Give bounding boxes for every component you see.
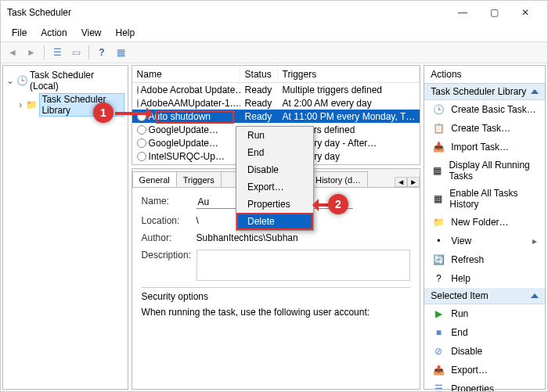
task-triggers: Multiple triggers defined bbox=[278, 85, 420, 95]
task-name: GoogleUpdate… bbox=[149, 138, 218, 149]
task-status: Ready bbox=[240, 85, 278, 95]
action-icon: 📤 bbox=[432, 364, 445, 376]
close-button[interactable]: ✕ bbox=[510, 3, 541, 22]
context-menu: RunEndDisableExport…PropertiesDelete bbox=[236, 126, 314, 231]
description-label: Description: bbox=[142, 250, 196, 281]
tab-general[interactable]: General bbox=[132, 171, 177, 188]
tree-root-label: Task Scheduler (Local) bbox=[30, 70, 124, 92]
action-label: End bbox=[451, 327, 467, 338]
folder-icon: 📁 bbox=[26, 99, 37, 110]
action-label: Display All Running Tasks bbox=[449, 160, 537, 182]
description-value[interactable] bbox=[196, 250, 411, 281]
action-icon: ■ bbox=[432, 326, 445, 339]
author-label: Author: bbox=[142, 232, 196, 243]
action-icon: 🕒 bbox=[432, 103, 445, 116]
help-icon[interactable]: ? bbox=[93, 44, 110, 61]
context-end[interactable]: End bbox=[236, 144, 313, 161]
action-help[interactable]: ?Help bbox=[424, 269, 545, 288]
context-properties[interactable]: Properties bbox=[236, 196, 313, 213]
task-icon bbox=[137, 152, 146, 161]
task-icon bbox=[137, 85, 139, 95]
action-label: View bbox=[451, 236, 471, 246]
minimize-button[interactable]: — bbox=[447, 3, 478, 22]
window-icon[interactable]: ▭ bbox=[67, 44, 85, 61]
context-export[interactable]: Export… bbox=[236, 178, 313, 196]
table-row[interactable]: AdobeAAMUpdater-1.…ReadyAt 2:00 AM every… bbox=[132, 96, 420, 110]
action-icon: 📥 bbox=[432, 141, 445, 153]
action-end[interactable]: ■End bbox=[424, 323, 545, 342]
action-disable[interactable]: ⊘Disable bbox=[424, 342, 545, 361]
action-icon: ⊘ bbox=[432, 345, 445, 358]
col-status[interactable]: Status bbox=[240, 67, 278, 82]
action-label: Refresh bbox=[451, 254, 484, 265]
name-label: Name: bbox=[142, 196, 196, 209]
menu-action[interactable]: Action bbox=[34, 26, 73, 40]
action-icon: ▦ bbox=[432, 164, 442, 177]
window-title: Task Scheduler bbox=[7, 7, 447, 18]
action-icon: ▦ bbox=[432, 192, 443, 205]
table-row[interactable]: Adobe Acrobat Update…ReadyMultiple trigg… bbox=[132, 83, 420, 96]
tab-scroll-left[interactable]: ◄ bbox=[395, 177, 407, 187]
chevron-down-icon[interactable]: ⌄ bbox=[6, 75, 14, 86]
col-name[interactable]: Name bbox=[132, 67, 240, 82]
action-section-library[interactable]: Task Scheduler Library bbox=[424, 84, 545, 100]
action-refresh[interactable]: 🔄Refresh bbox=[424, 250, 545, 269]
action-section-selected[interactable]: Selected Item bbox=[424, 288, 545, 304]
list-header: Name Status Triggers bbox=[132, 66, 420, 83]
tab-history[interactable]: History (d… bbox=[308, 171, 368, 188]
task-name: GoogleUpdate… bbox=[149, 124, 218, 135]
table-row[interactable]: Auto shutdownReadyAt 11:00 PM every Mond… bbox=[132, 110, 420, 123]
action-label: Disable bbox=[451, 346, 482, 357]
maximize-button[interactable]: ▢ bbox=[478, 3, 510, 22]
back-icon[interactable]: ◄ bbox=[4, 44, 21, 61]
action-enablealltaskshistory[interactable]: ▦Enable All Tasks History bbox=[424, 185, 545, 213]
location-label: Location: bbox=[142, 215, 196, 226]
task-status: Ready bbox=[240, 111, 278, 122]
action-displayallrunningtasks[interactable]: ▦Display All Running Tasks bbox=[424, 156, 545, 185]
titlebar: Task Scheduler — ▢ ✕ bbox=[1, 1, 547, 24]
collapse-icon[interactable] bbox=[531, 293, 539, 298]
context-disable[interactable]: Disable bbox=[236, 161, 313, 178]
callout-2: 2 bbox=[328, 194, 348, 214]
chevron-right-icon: ▸ bbox=[532, 236, 537, 246]
action-newfolder[interactable]: 📁New Folder… bbox=[424, 213, 545, 232]
tab-triggers[interactable]: Triggers bbox=[176, 171, 222, 188]
action-run[interactable]: ▶Run bbox=[424, 304, 545, 323]
collapse-icon[interactable] bbox=[531, 89, 539, 94]
action-properties[interactable]: ☰Properties bbox=[424, 379, 545, 392]
tab-scroll-right[interactable]: ► bbox=[407, 177, 420, 187]
action-view[interactable]: •View▸ bbox=[424, 232, 545, 250]
task-icon bbox=[137, 138, 146, 148]
chevron-right-icon[interactable]: › bbox=[17, 99, 23, 110]
action-label: New Folder… bbox=[451, 217, 508, 228]
task-status: Ready bbox=[240, 98, 278, 109]
toolbar: ◄ ► ☰ ▭ ? ▦ bbox=[1, 41, 547, 63]
callout-arrow-1 bbox=[115, 112, 151, 115]
menu-file[interactable]: File bbox=[5, 26, 33, 40]
actions-header: Actions bbox=[424, 66, 545, 84]
context-run[interactable]: Run bbox=[236, 127, 313, 144]
tree-root[interactable]: ⌄ 🕒 Task Scheduler (Local) bbox=[5, 69, 126, 92]
task-triggers: At 2:00 AM every day bbox=[278, 98, 420, 109]
toolbar-extra-icon[interactable]: ▦ bbox=[112, 44, 129, 61]
context-delete[interactable]: Delete bbox=[236, 213, 313, 230]
action-label: Enable All Tasks History bbox=[449, 188, 537, 210]
action-label: Import Task… bbox=[451, 142, 509, 153]
action-createtask[interactable]: 📋Create Task… bbox=[424, 119, 545, 138]
properties-icon[interactable]: ☰ bbox=[49, 44, 66, 61]
action-createbasictask[interactable]: 🕒Create Basic Task… bbox=[424, 100, 545, 119]
author-value: SubhanItechtics\Subhan bbox=[196, 232, 411, 243]
clock-icon: 🕒 bbox=[16, 75, 27, 86]
task-icon bbox=[137, 125, 146, 135]
forward-icon[interactable]: ► bbox=[23, 44, 40, 61]
action-icon: ? bbox=[432, 272, 445, 285]
col-triggers[interactable]: Triggers bbox=[278, 67, 420, 82]
security-options-label: Security options bbox=[142, 291, 411, 302]
action-importtask[interactable]: 📥Import Task… bbox=[424, 138, 545, 156]
menu-view[interactable]: View bbox=[75, 26, 108, 40]
menu-help[interactable]: Help bbox=[110, 26, 142, 40]
task-name: IntelSURQC-Up… bbox=[149, 151, 225, 162]
action-export[interactable]: 📤Export… bbox=[424, 361, 545, 379]
actions-pane: Actions Task Scheduler Library 🕒Create B… bbox=[424, 65, 546, 390]
action-icon: 📋 bbox=[432, 122, 445, 135]
